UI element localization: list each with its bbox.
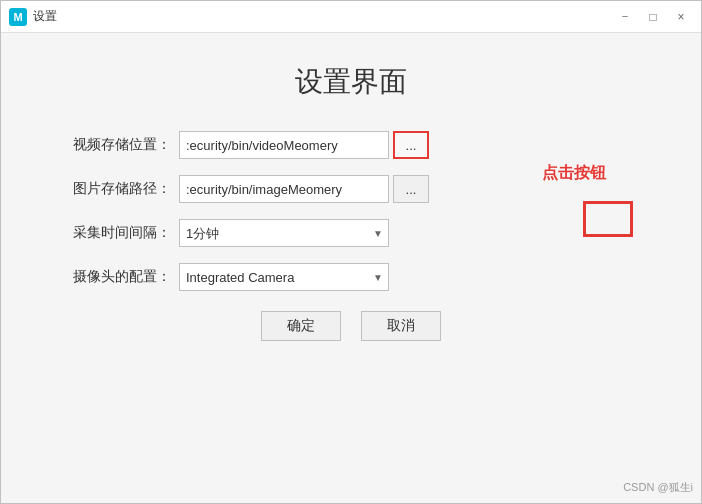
main-window: M 设置 － □ × 设置界面 点击按钮 视频存储位置： ... 图片: [0, 0, 702, 504]
video-storage-row: 视频存储位置： ...: [61, 131, 641, 159]
image-storage-input[interactable]: [179, 175, 389, 203]
title-bar-controls: － □ ×: [613, 7, 693, 27]
app-icon: M: [9, 8, 27, 26]
image-storage-label: 图片存储路径：: [61, 180, 171, 198]
cancel-button[interactable]: 取消: [361, 311, 441, 341]
camera-label: 摄像头的配置：: [61, 268, 171, 286]
title-bar-title: 设置: [33, 8, 57, 25]
interval-label: 采集时间间隔：: [61, 224, 171, 242]
interval-select-wrapper: 1分钟 2分钟 5分钟 10分钟: [179, 219, 389, 247]
close-button[interactable]: ×: [669, 7, 693, 27]
image-storage-input-group: ...: [179, 175, 429, 203]
camera-select[interactable]: Integrated Camera USB Camera: [179, 263, 389, 291]
form-area: 视频存储位置： ... 图片存储路径： ... 采集时间间隔：: [61, 131, 641, 291]
page-title: 设置界面: [295, 63, 407, 101]
confirm-button[interactable]: 确定: [261, 311, 341, 341]
camera-select-wrapper: Integrated Camera USB Camera: [179, 263, 389, 291]
minimize-button[interactable]: －: [613, 7, 637, 27]
watermark: CSDN @狐生i: [623, 480, 693, 495]
content-area: 设置界面 点击按钮 视频存储位置： ... 图片存储路径： ...: [1, 33, 701, 503]
hint-label: 点击按钮: [542, 163, 606, 184]
title-bar-left: M 设置: [9, 8, 57, 26]
interval-row: 采集时间间隔： 1分钟 2分钟 5分钟 10分钟: [61, 219, 641, 247]
button-row: 确定 取消: [261, 311, 441, 341]
video-storage-label: 视频存储位置：: [61, 136, 171, 154]
video-storage-input[interactable]: [179, 131, 389, 159]
video-storage-input-group: ...: [179, 131, 429, 159]
image-browse-button[interactable]: ...: [393, 175, 429, 203]
title-bar: M 设置 － □ ×: [1, 1, 701, 33]
interval-select[interactable]: 1分钟 2分钟 5分钟 10分钟: [179, 219, 389, 247]
camera-row: 摄像头的配置： Integrated Camera USB Camera: [61, 263, 641, 291]
maximize-button[interactable]: □: [641, 7, 665, 27]
video-browse-button[interactable]: ...: [393, 131, 429, 159]
